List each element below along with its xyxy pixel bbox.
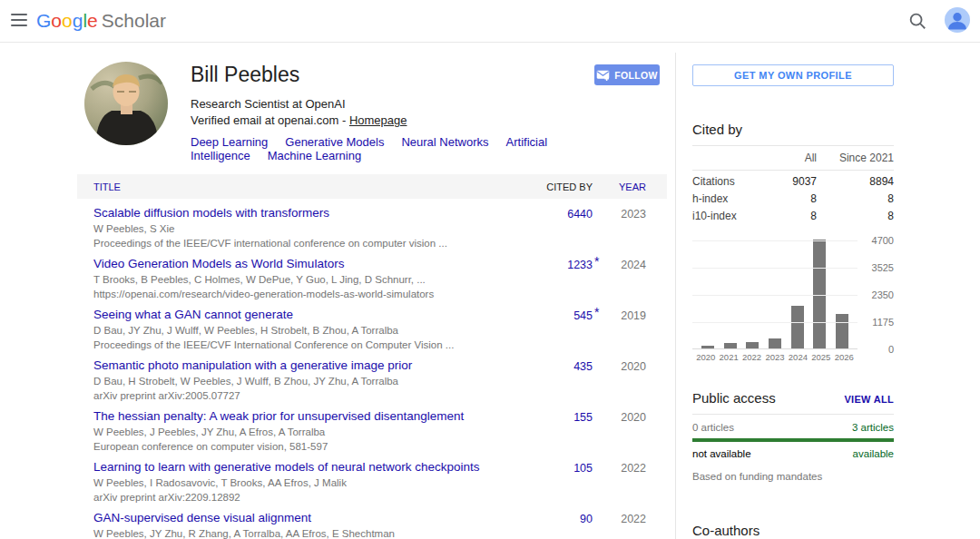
- chart-bar[interactable]: [769, 338, 781, 348]
- publication-row: The hessian penalty: A weak prior for un…: [77, 402, 667, 453]
- chart-y-tick: 4700: [872, 235, 894, 246]
- publication-row: Seeing what a GAN cannot generateD Bau, …: [77, 300, 667, 351]
- stat-since-value: 8: [817, 192, 894, 205]
- cited-by-panel: Cited by All Since 2021 Citations9037889…: [692, 122, 894, 222]
- chart-bar[interactable]: [724, 343, 737, 348]
- publication-title-link[interactable]: Seeing what a GAN cannot generate: [93, 308, 520, 322]
- interest-link[interactable]: Deep Learning: [191, 135, 268, 149]
- interest-link[interactable]: Machine Learning: [268, 149, 361, 162]
- sort-by-year[interactable]: YEAR: [605, 181, 646, 192]
- cited-by-column-headers: All Since 2021: [692, 145, 894, 171]
- chart-bar[interactable]: [813, 240, 826, 348]
- citation-count-link[interactable]: 435: [529, 358, 593, 402]
- sort-by-title[interactable]: TITLE: [93, 181, 529, 192]
- citation-count-link[interactable]: 6440: [529, 206, 593, 250]
- publication-venue: European conference on computer vision, …: [93, 440, 520, 453]
- publication-row: GAN-supervised dense visual alignmentW P…: [77, 504, 667, 539]
- publication-venue: arXiv preprint arXiv:2005.07727: [93, 389, 520, 402]
- publication-title-link[interactable]: Video Generation Models as World Simulat…: [93, 257, 520, 271]
- profile-photo[interactable]: [84, 62, 168, 145]
- logo-letter: G: [36, 10, 51, 31]
- citations-chart-plot: [692, 240, 858, 349]
- follow-button-label: FOLLOW: [614, 70, 657, 81]
- cited-by-col-all: All: [762, 152, 817, 164]
- view-all-link[interactable]: VIEW ALL: [844, 394, 894, 405]
- profile-affiliation: Research Scientist at OpenAI: [191, 97, 590, 111]
- account-avatar[interactable]: [945, 7, 970, 33]
- cited-by-title: Cited by: [692, 122, 894, 137]
- publication-authors: W Peebles, JY Zhu, R Zhang, A Torralba, …: [93, 527, 520, 539]
- publication-authors: W Peebles, J Peebles, JY Zhu, A Efros, A…: [93, 426, 520, 438]
- chart-bar[interactable]: [701, 346, 714, 348]
- not-available-count: 0 articles: [692, 422, 734, 433]
- chart-bar[interactable]: [836, 314, 848, 348]
- stat-label: i10-index: [692, 210, 737, 222]
- profile-photo-image: [84, 62, 168, 145]
- citation-count-link[interactable]: 90: [529, 511, 593, 539]
- asterisk-icon: *: [594, 305, 599, 319]
- publication-title-link[interactable]: Semantic photo manipulation with a gener…: [93, 358, 520, 373]
- public-access-progress-bar: [692, 438, 894, 442]
- get-my-own-profile-button[interactable]: GET MY OWN PROFILE: [692, 64, 894, 86]
- interests: Deep LearningGenerative ModelsNeural Net…: [191, 135, 590, 162]
- top-navigation-bar: GoogleScholar: [0, 0, 980, 43]
- publications-table-header: TITLE CITED BY YEAR: [77, 174, 667, 199]
- available-label: available: [853, 448, 894, 459]
- chart-x-tick: 2025: [809, 352, 832, 362]
- verified-email-text: Verified email at openai.com -: [191, 113, 349, 127]
- publication-row: Semantic photo manipulation with a gener…: [77, 351, 667, 402]
- public-access-title: Public access: [692, 390, 776, 406]
- citation-count-link[interactable]: 155: [529, 409, 593, 453]
- cited-by-stats: Citations90378894h-index88i10-index88: [692, 175, 894, 222]
- chart-bar[interactable]: [791, 306, 804, 348]
- publication-title-link[interactable]: GAN-supervised dense visual alignment: [93, 511, 520, 525]
- chart-gridline: [692, 295, 858, 296]
- stat-since-value: 8: [817, 210, 894, 222]
- citation-count-link[interactable]: 105: [529, 460, 593, 504]
- coauthors-title: Co-authors: [692, 523, 760, 538]
- cited-by-col-since: Since 2021: [817, 152, 894, 164]
- sort-by-citations[interactable]: CITED BY: [529, 181, 593, 192]
- interest-link[interactable]: Generative Models: [285, 135, 384, 149]
- chart-y-tick: 1175: [872, 317, 894, 328]
- homepage-link[interactable]: Homepage: [349, 113, 407, 127]
- citations-chart-y-labels: 47003525235011750: [858, 240, 894, 360]
- stat-all-value: 8: [762, 192, 817, 205]
- sidebar-divider: [675, 53, 676, 539]
- stat-label: h-index: [692, 192, 728, 205]
- chart-y-tick: 2350: [872, 289, 894, 300]
- publication-row: Scalable diffusion models with transform…: [77, 199, 667, 250]
- google-logo-text: Google: [36, 10, 98, 31]
- follow-button[interactable]: FOLLOW: [594, 64, 660, 85]
- cited-by-stat-row: i10-index88: [692, 210, 894, 222]
- stat-since-value: 8894: [817, 175, 894, 188]
- citation-count-link[interactable]: 545: [529, 308, 593, 351]
- chart-gridline: [692, 268, 858, 269]
- publication-authors: W Peebles, I Radosavovic, T Brooks, AA E…: [93, 476, 520, 489]
- public-access-panel: Public access VIEW ALL 0 articles 3 arti…: [692, 390, 894, 482]
- chart-x-tick: 2020: [694, 352, 717, 362]
- search-icon[interactable]: [907, 11, 927, 31]
- publication-title-link[interactable]: The hessian penalty: A weak prior for un…: [93, 409, 520, 424]
- chart-x-tick: 2023: [763, 352, 786, 362]
- citation-count-link[interactable]: 1233: [529, 257, 593, 300]
- coauthors-panel: Co-authors: [692, 523, 894, 539]
- publication-title-link[interactable]: Scalable diffusion models with transform…: [93, 206, 520, 220]
- logo-letter: o: [51, 10, 62, 31]
- publication-year: 2022: [605, 460, 646, 504]
- google-scholar-logo[interactable]: GoogleScholar: [36, 10, 166, 32]
- chart-bar[interactable]: [746, 342, 759, 348]
- chart-gridline: [692, 322, 858, 323]
- publication-authors: D Bau, H Strobelt, W Peebles, J Wulff, B…: [93, 375, 520, 387]
- logo-letter: g: [73, 10, 83, 31]
- publication-title-link[interactable]: Learning to learn with generative models…: [93, 460, 520, 475]
- asterisk-icon: *: [594, 254, 599, 269]
- publications-body: Scalable diffusion models with transform…: [77, 199, 667, 539]
- publication-year: 2020: [605, 358, 646, 402]
- publication-venue: Proceedings of the IEEE/CVF Internationa…: [93, 338, 520, 351]
- publication-year: 2024: [605, 257, 646, 300]
- interest-link[interactable]: Neural Networks: [401, 135, 488, 149]
- menu-icon[interactable]: [11, 14, 27, 26]
- chart-x-tick: 2021: [717, 352, 740, 362]
- person-icon: [945, 7, 970, 33]
